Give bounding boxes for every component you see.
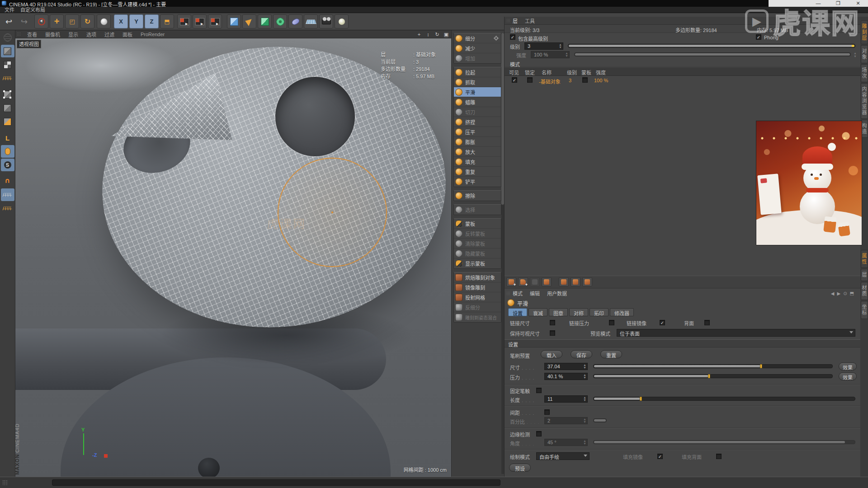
tab-settings[interactable]: 设置 xyxy=(508,308,527,316)
angle-slider[interactable] xyxy=(593,440,855,444)
tool-knife[interactable]: 切刀 xyxy=(454,107,501,117)
tool-flatten[interactable]: 压平 xyxy=(454,127,501,137)
move-tool-button[interactable]: + xyxy=(50,14,64,28)
tab-coordinates[interactable]: 坐标 xyxy=(861,301,868,319)
live-selection-button[interactable] xyxy=(34,14,48,28)
uv-mesh-mode-button[interactable] xyxy=(1,72,14,84)
add-light-button[interactable] xyxy=(335,14,349,28)
steady-stroke-checkbox[interactable] xyxy=(536,388,542,393)
strength-value-field[interactable]: 100 %▲▼ xyxy=(531,51,570,58)
attr-history-arrows[interactable]: ◀▶⊙⬒ xyxy=(831,291,857,296)
viewport-menu-options[interactable]: 选项 xyxy=(86,31,96,38)
merge-layer-button[interactable] xyxy=(571,277,580,286)
viewport[interactable]: 虎课网 查看 摄像机 显示 选项 过滤 面板 ProRender + ↕ ↻ ▣… xyxy=(15,30,451,477)
draw-mode-dropdown[interactable]: 自由手绘 xyxy=(536,452,590,460)
preview-mode-dropdown[interactable]: 位于表面 xyxy=(617,329,855,337)
reset-preset-button[interactable]: 重置 xyxy=(600,350,622,358)
pressure-effect-button[interactable]: 效果 xyxy=(839,372,857,380)
lock-workplane-button[interactable] xyxy=(1,188,14,201)
tool-reduce[interactable]: 减少 xyxy=(454,43,501,53)
menu-custom-layout[interactable]: 自定义布局 xyxy=(20,7,45,13)
col-locked[interactable]: 锁定 xyxy=(525,69,535,76)
tool-clear-mask[interactable]: 清除蒙板 xyxy=(454,239,501,249)
reference-image[interactable] xyxy=(756,121,862,245)
tab-modifiers[interactable]: 修改器 xyxy=(610,308,634,316)
z-axis-lock-button[interactable]: Z xyxy=(145,14,159,28)
tool-repeat[interactable]: 重复 xyxy=(454,167,501,177)
tool-bake-sculpt[interactable]: 烘焙雕刻对象 xyxy=(454,272,501,282)
rotate-tool-button[interactable]: ↻ xyxy=(80,14,94,28)
add-primitive-button[interactable] xyxy=(227,14,241,28)
settings-section-header[interactable]: 设置 xyxy=(505,339,860,347)
tab-takes[interactable]: 场次 xyxy=(861,64,868,82)
tab-material[interactable]: 材质 xyxy=(861,282,868,300)
add-camera-button[interactable] xyxy=(319,14,333,28)
attr-menu-userdata[interactable]: 用户数据 xyxy=(547,290,567,297)
spacing-checkbox[interactable] xyxy=(544,409,550,415)
snap-button[interactable]: S xyxy=(1,159,14,171)
pan-view-icon[interactable]: + xyxy=(416,31,422,38)
tool-wax[interactable]: 蜡雕 xyxy=(454,97,501,107)
tool-inflate[interactable]: 膨胀 xyxy=(454,137,501,147)
backface-checkbox[interactable] xyxy=(704,320,710,325)
col-strength[interactable]: 强度 xyxy=(596,69,606,76)
load-preset-button[interactable]: 载入 xyxy=(541,350,562,358)
tab-sculpt-layers[interactable]: 雕刻层 xyxy=(861,20,868,44)
minimize-button[interactable]: — xyxy=(808,0,828,7)
bottom-grip[interactable] xyxy=(2,480,8,485)
tool-hide-mask[interactable]: 隐藏蒙板 xyxy=(454,249,501,258)
timeline-track[interactable] xyxy=(52,479,500,486)
size-slider[interactable] xyxy=(593,364,833,368)
tool-pull[interactable]: 拉起 xyxy=(454,67,501,77)
tab-falloff[interactable]: 衰减 xyxy=(528,308,547,316)
tab-symmetry[interactable]: 对称 xyxy=(569,308,588,316)
toggle-view-icon[interactable]: ▣ xyxy=(443,31,449,38)
duplicate-layer-button[interactable] xyxy=(542,277,552,286)
viewport-menu-panel[interactable]: 面板 xyxy=(123,31,132,38)
layer-mask-checkbox[interactable] xyxy=(582,77,588,83)
col-level[interactable]: 级别 xyxy=(567,69,577,76)
render-to-picture-button[interactable] xyxy=(193,14,207,28)
viewport-menu-prorender[interactable]: ProRender xyxy=(141,32,165,37)
tool-mask[interactable]: 蒙板 xyxy=(454,219,501,229)
tool-scrape[interactable]: 铲平 xyxy=(454,177,501,187)
col-name[interactable]: 名称 xyxy=(542,69,552,76)
phong-checkbox[interactable] xyxy=(756,34,761,40)
delete-layer-button[interactable] xyxy=(530,277,540,286)
level-value-field[interactable]: 3▲▼ xyxy=(524,42,563,50)
col-visible[interactable]: 可见 xyxy=(509,69,519,76)
tab-tools[interactable]: 工具 xyxy=(525,17,535,24)
preset-button[interactable]: 预设 xyxy=(509,464,531,472)
viewport-menu-display[interactable]: 显示 xyxy=(68,31,78,38)
length-value-field[interactable]: 11▲▼ xyxy=(544,395,588,403)
viewport-menu-view[interactable]: 查看 xyxy=(27,31,37,38)
close-button[interactable]: ✕ xyxy=(848,0,868,7)
strength-slider[interactable] xyxy=(574,52,851,56)
viewport-menu-filter[interactable]: 过滤 xyxy=(104,31,114,38)
col-mask[interactable]: 蒙板 xyxy=(581,69,591,76)
save-preset-button[interactable]: 保存 xyxy=(571,350,592,358)
scale-tool-button[interactable]: ◰ xyxy=(65,14,79,28)
tool-erase[interactable]: 擦除 xyxy=(454,191,501,201)
edges-mode-button[interactable] xyxy=(1,102,14,114)
zoom-view-icon[interactable]: ↕ xyxy=(425,31,431,38)
tab-stamp[interactable]: 图章 xyxy=(549,308,568,316)
tool-project-mesh[interactable]: 投射网格 xyxy=(454,292,501,302)
pressure-slider[interactable] xyxy=(593,374,833,378)
link-pressure-checkbox[interactable] xyxy=(609,320,614,325)
tool-desubdivide[interactable]: 反细分 xyxy=(454,302,501,312)
viewport-menu-grip[interactable] xyxy=(17,32,21,37)
tool-invert-mask[interactable]: 反转蒙板 xyxy=(454,229,501,239)
tool-mirror-sculpt[interactable]: 镜像雕刻 xyxy=(454,282,501,292)
tool-amplify[interactable]: 放大 xyxy=(454,147,501,157)
layer-row-base-object[interactable]: -基础对象 3 100 % xyxy=(505,76,860,84)
tool-subdivide[interactable]: 细分 xyxy=(454,33,501,43)
tool-fill[interactable]: 填充 xyxy=(454,157,501,167)
fill-back-checkbox[interactable] xyxy=(716,454,722,459)
viewport-menu-camera[interactable]: 摄像机 xyxy=(45,31,60,38)
length-slider[interactable] xyxy=(593,397,855,401)
attr-menu-edit[interactable]: 编辑 xyxy=(530,290,540,297)
add-generator-button[interactable] xyxy=(258,14,272,28)
tool-pinch[interactable]: 挤捏 xyxy=(454,117,501,127)
rotate-view-icon[interactable]: ↻ xyxy=(434,31,440,38)
